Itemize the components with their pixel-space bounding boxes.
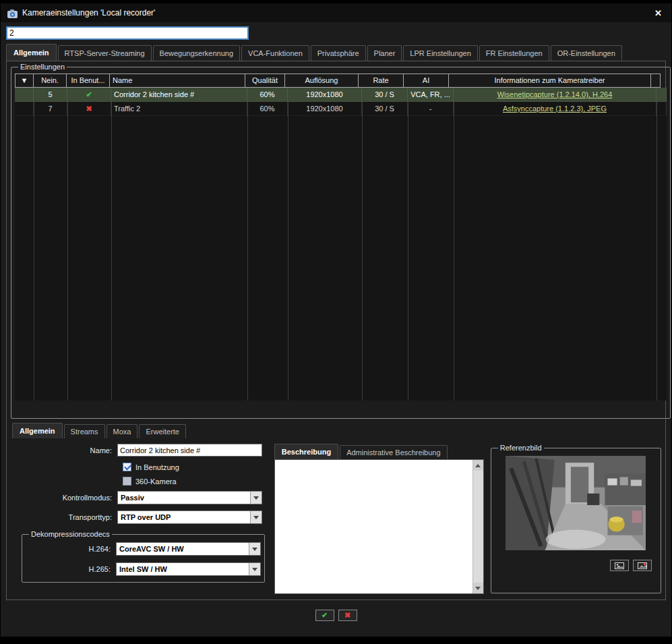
admin-description-tab[interactable]: Administrative Beschreibung (340, 445, 447, 459)
control-mode-select[interactable]: Passiv (117, 491, 262, 504)
h264-codec-select[interactable]: CoreAVC SW / HW (116, 542, 261, 556)
in-use-cross-icon: ✖ (67, 102, 111, 115)
row-camera-name: Traffic 2 (111, 102, 247, 115)
row-driver-cell: Asfsynccapture (1.1.2.3), JPEG (454, 102, 656, 115)
table-row-camera-5[interactable]: 5 ✔ Corridor 2 kitchen side # 60% 1920x1… (15, 88, 667, 102)
tab-or-einstellungen[interactable]: OR-Einstellungen (551, 45, 622, 61)
chevron-down-icon (252, 548, 257, 551)
h265-codec-value: Intel SW / HW (117, 565, 249, 573)
row-number: 7 (34, 102, 67, 115)
reference-image-title: Referenzbild (498, 444, 544, 452)
in-use-checkbox[interactable] (123, 463, 131, 471)
name-field[interactable] (117, 444, 262, 457)
reference-image-panel: Referenzbild (491, 444, 661, 594)
dropdown-button (249, 543, 260, 555)
column-driver-info[interactable]: Informationen zum Kameratreiber (448, 74, 651, 88)
description-panel: Beschreibung Administrative Beschreibung (274, 444, 484, 594)
table-row-camera-7[interactable]: 7 ✖ Traffic 2 60% 1920x1080 30 / S - Asf… (15, 102, 667, 116)
detail-tabstrip: Allgemein Streams Moxa Erweiterte (12, 423, 661, 438)
in-use-label: In Benutzung (135, 463, 179, 471)
in-use-check-icon: ✔ (67, 88, 111, 101)
description-textarea[interactable] (275, 460, 472, 593)
h265-label: H.265: (26, 565, 116, 573)
load-reference-image-button[interactable] (610, 560, 629, 571)
column-sort-icon[interactable]: ▼ (15, 74, 34, 88)
window-title: Kameraeinstellungen 'Local recorder' (22, 8, 155, 18)
tab-fr-einstellungen[interactable]: FR Einstellungen (479, 45, 549, 61)
tab-rtsp-server-streaming[interactable]: RTSP-Server-Streaming (58, 45, 152, 61)
column-scrollbar-spacer (650, 74, 661, 88)
row-scrollbar-spacer (656, 88, 667, 101)
control-mode-value: Passiv (118, 494, 250, 502)
name-label: Name: (11, 446, 117, 455)
camera-form: Name: In Benutzung 360-Kamera Kontrollmo… (11, 444, 268, 594)
detail-tab-allgemein[interactable]: Allgemein (12, 423, 63, 438)
row-resolution: 1920x1080 (288, 88, 362, 101)
chevron-down-icon (252, 568, 257, 571)
tab-page-allgemein: Einstellungen ▼ Nein. In Benut... Name Q… (6, 61, 666, 600)
tab-planer[interactable]: Planer (367, 45, 402, 61)
tab-privatsphaere[interactable]: Privatsphäre (311, 45, 366, 61)
tab-lpr-einstellungen[interactable]: LPR Einstellungen (403, 45, 478, 61)
dropdown-button (250, 511, 262, 523)
tab-bewegungserkennung[interactable]: Bewegungserkennung (153, 45, 240, 61)
column-ai[interactable]: AI (403, 74, 449, 88)
reference-image-group: Referenzbild (491, 444, 661, 593)
row-scrollbar-spacer (656, 102, 667, 115)
titlebar: Kameraeinstellungen 'Local recorder' ✕ (1, 3, 671, 22)
decompression-codecs-group: Dekompressionscodecs H.264: CoreAVC SW /… (22, 530, 265, 583)
tab-vca-funktionen[interactable]: VCA-Funktionen (241, 45, 309, 61)
cancel-button[interactable]: ✖ (338, 610, 357, 621)
column-resolution[interactable]: Auflösung (284, 74, 359, 88)
scroll-down-icon[interactable] (473, 583, 483, 593)
detail-tab-streams[interactable]: Streams (64, 424, 105, 438)
row-quality: 60% (247, 102, 288, 115)
camera-table-body: 5 ✔ Corridor 2 kitchen side # 60% 1920x1… (15, 88, 667, 401)
settings-group: Einstellungen ▼ Nein. In Benut... Name Q… (11, 63, 671, 419)
dropdown-button (249, 563, 260, 575)
dialog-footer: ✔ ✖ (1, 610, 671, 621)
decompression-codecs-title: Dekompressionscodecs (29, 530, 112, 538)
in-use-checkbox-row[interactable]: In Benutzung (123, 463, 268, 471)
detail-tab-erweiterte[interactable]: Erweiterte (139, 424, 186, 438)
dropdown-button (250, 492, 262, 504)
row-resolution: 1920x1080 (288, 102, 362, 115)
h264-codec-value: CoreAVC SW / HW (117, 545, 249, 553)
chevron-down-icon (253, 516, 259, 519)
transport-type-select[interactable]: RTP over UDP (117, 510, 262, 524)
camera-table: ▼ Nein. In Benut... Name Qualität Auflös… (15, 74, 667, 401)
column-rate[interactable]: Rate (358, 74, 404, 88)
row-rate: 30 / S (362, 102, 408, 115)
driver-info-link[interactable]: Wisenetipcapture (1.2.14.0), H.264 (497, 90, 613, 98)
main-tabstrip: Allgemein RTSP-Server-Streaming Bewegung… (1, 42, 671, 61)
transport-type-value: RTP over UDP (118, 513, 250, 521)
capture-reference-image-button[interactable] (633, 560, 652, 571)
h264-label: H.264: (26, 545, 116, 553)
scroll-up-icon[interactable] (473, 460, 483, 471)
column-in-use[interactable]: In Benut... (66, 74, 110, 88)
column-name[interactable]: Name (109, 74, 245, 88)
description-editor (274, 459, 484, 594)
driver-info-link[interactable]: Asfsynccapture (1.1.2.3), JPEG (503, 105, 607, 113)
tab-allgemein[interactable]: Allgemein (6, 44, 57, 61)
chevron-down-icon (253, 496, 259, 500)
detail-area: Name: In Benutzung 360-Kamera Kontrollmo… (11, 438, 661, 594)
camera-360-checkbox[interactable] (123, 477, 131, 486)
row-camera-name: Corridor 2 kitchen side # (111, 88, 247, 101)
camera-360-checkbox-row[interactable]: 360-Kamera (123, 477, 268, 486)
description-tab[interactable]: Beschreibung (274, 444, 338, 459)
camera-360-label: 360-Kamera (135, 477, 177, 486)
camera-filter-input[interactable] (6, 26, 249, 40)
camera-capture-icon (638, 562, 647, 569)
ok-button[interactable]: ✔ (315, 610, 334, 621)
column-quality[interactable]: Qualität (245, 74, 285, 88)
camera-settings-icon (7, 9, 18, 18)
detail-tab-moxa[interactable]: Moxa (106, 424, 138, 438)
column-number[interactable]: Nein. (33, 74, 67, 88)
h265-codec-select[interactable]: Intel SW / HW (116, 562, 261, 576)
description-scrollbar[interactable] (472, 460, 483, 593)
close-icon[interactable]: ✕ (652, 7, 665, 20)
cross-icon: ✖ (344, 611, 350, 620)
row-rate: 30 / S (362, 88, 408, 101)
check-icon: ✔ (322, 611, 328, 620)
